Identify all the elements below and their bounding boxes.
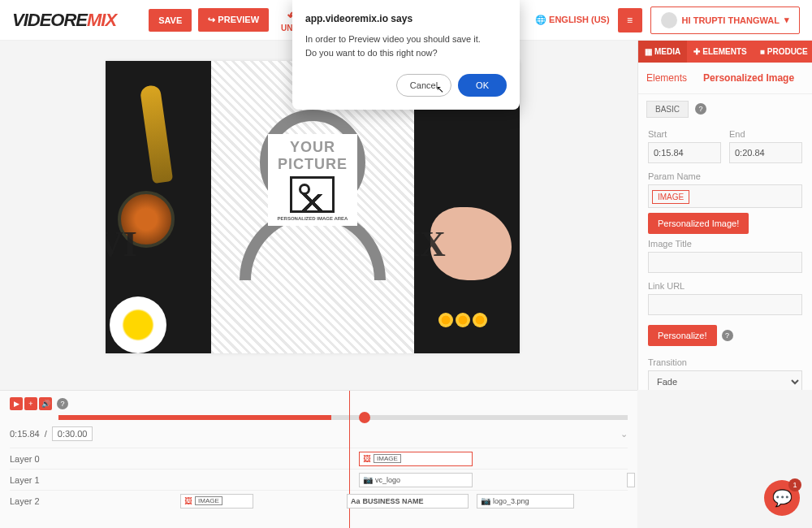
language-label: ENGLISH (US) [549,15,610,24]
tab-produce-label: PRODUCE [767,47,808,56]
logo-text-1: VIDEORE [12,10,87,30]
clip-business-name[interactable]: Aa BUSINESS NAME [347,494,469,509]
chat-icon: 💬 [772,488,793,508]
timeline-track[interactable] [58,415,628,420]
layer-1-row: Layer 1 📷 vc_logo [10,469,628,490]
header-right: 🌐 ENGLISH (US) ≡ HI TRUPTI THANGWAL ▾ [535,6,800,34]
current-time: 0:15.84 [10,429,40,439]
clip-image-tag: IMAGE [374,454,401,463]
add-button[interactable]: + [24,397,37,410]
preview-button[interactable]: ↪ PREVIEW [198,8,269,32]
image-clip-icon-2: 🖼 [184,496,192,505]
image-icon [290,176,335,213]
confirm-dialog: app.videoremix.io says In order to Previ… [292,0,520,110]
sidebar-sub-tabs: Elements Personalized Image [638,63,812,94]
layer-1-label: Layer 1 [10,475,58,485]
link-url-label: Link URL [648,281,802,291]
clip-small[interactable] [627,473,635,487]
language-selector[interactable]: 🌐 ENGLISH (US) [535,15,610,25]
dialog-title: app.videoremix.io says [305,13,507,24]
link-url-input[interactable] [648,294,802,315]
layers-panel: Layer 0 🖼 IMAGE Layer 1 📷 vc_logo Layer … [10,448,628,511]
text-clip-icon: Aa [351,497,361,505]
dialog-buttons: Cancel OK [305,74,507,97]
transition-label: Transition [648,357,802,367]
layer-0-label: Layer 0 [10,454,58,464]
tab-media[interactable]: ▦MEDIA [638,41,687,63]
camera-clip-icon: 📷 [363,475,373,484]
watermark-right: IX [414,223,446,265]
menu-button[interactable]: ≡ [618,8,642,32]
param-name-field[interactable]: IMAGE [648,184,802,208]
watermark-left: VI [106,223,137,265]
dialog-body: In order to Preview video you should sav… [305,32,507,59]
layer-0-track[interactable]: 🖼 IMAGE [58,450,628,468]
end-input[interactable] [729,142,802,163]
layer-2-track[interactable]: 🖼 IMAGE Aa BUSINESS NAME 📷 logo_3.png [58,492,628,510]
clip-logo3[interactable]: 📷 logo_3.png [477,494,574,509]
canvas-left-panel: VI [106,61,211,353]
mouse-cursor: ↖ [436,84,444,95]
dialog-ok-button[interactable]: OK [458,74,507,97]
start-input[interactable] [648,142,721,163]
plus-icon: ✚ [693,47,700,56]
hamburger-icon: ≡ [627,15,633,26]
subtab-personalized-image[interactable]: Personalized Image [695,63,802,93]
subtab-elements[interactable]: Elements [638,63,695,93]
chat-button[interactable]: 💬 1 [764,480,800,516]
camera-clip-icon-2: 📷 [481,496,490,505]
transition-select[interactable]: Fade [648,370,802,390]
volume-button[interactable]: 🔊 [39,397,52,410]
chat-badge: 1 [788,478,801,491]
preview-label: PREVIEW [218,15,259,24]
tab-elements[interactable]: ✚ELEMENTS [687,41,753,63]
user-menu[interactable]: HI TRUPTI THANGWAL ▾ [650,6,800,34]
tab-media-label: MEDIA [654,47,680,56]
basic-button[interactable]: BASIC [646,101,689,118]
layer-0-row: Layer 0 🖼 IMAGE [10,448,628,469]
image-title-input[interactable] [648,252,802,273]
end-label: End [729,129,802,139]
image-title-label: Image Title [648,239,802,249]
basic-row: BASIC ? [638,94,812,124]
total-time-input[interactable]: 0:30.00 [52,426,93,441]
track-remaining [331,415,628,420]
clip-biz-label: BUSINESS NAME [363,497,424,505]
personalize-button[interactable]: Personalize! [648,325,717,346]
food-image-left [106,61,211,353]
timeline: ▶ + 🔊 ? 0:15.84 / 0:30.00 ⌄ Layer 0 🖼 IM… [0,390,637,528]
placeholder-text-picture: PICTURE [278,156,348,173]
time-separator: / [45,429,47,439]
help-icon[interactable]: ? [695,103,706,115]
caret-down-icon: ▾ [784,15,789,25]
playhead[interactable] [359,412,370,423]
picture-placeholder-box: YOUR PICTURE PERSONALIZED IMAGE AREA [268,134,358,226]
tab-elements-label: ELEMENTS [702,47,746,56]
dialog-line-2: Do you want to do this right now? [305,46,507,60]
save-button[interactable]: SAVE [149,9,192,32]
tab-produce[interactable]: ■PRODUCE [754,41,812,63]
properties-form: Start End Param Name IMAGE Personalized … [638,124,812,390]
right-sidebar: ▦MEDIA ✚ELEMENTS ■PRODUCE » Elements Per… [637,41,812,390]
clip-image-2[interactable]: 🖼 IMAGE [180,494,253,509]
timeline-collapse-icon[interactable]: ⌄ [620,429,628,439]
personalized-image-button[interactable]: Personalized Image! [648,213,749,234]
media-icon: ▦ [645,47,652,56]
placeholder-text-your: YOUR [278,139,348,156]
user-greeting: HI TRUPTI THANGWAL [682,15,780,25]
image-clip-icon: 🖼 [363,454,371,463]
clip-vc-logo[interactable]: 📷 vc_logo [359,473,473,487]
dialog-line-1: In order to Preview video you should sav… [305,32,507,46]
play-button[interactable]: ▶ [10,397,23,410]
layer-1-track[interactable]: 📷 vc_logo [58,471,628,489]
app-logo: VIDEOREMIX [12,10,116,31]
help-icon-2[interactable]: ? [722,330,733,341]
timeline-help-icon[interactable]: ? [57,398,68,409]
start-label: Start [648,129,721,139]
logo-text-2: MIX [87,10,116,30]
timeline-controls: ▶ + 🔊 ? [10,397,628,410]
clip-image-selected[interactable]: 🖼 IMAGE [359,452,473,466]
clip-logo3-label: logo_3.png [493,497,529,505]
param-tag: IMAGE [652,190,689,204]
clip-vc-label: vc_logo [375,476,400,484]
